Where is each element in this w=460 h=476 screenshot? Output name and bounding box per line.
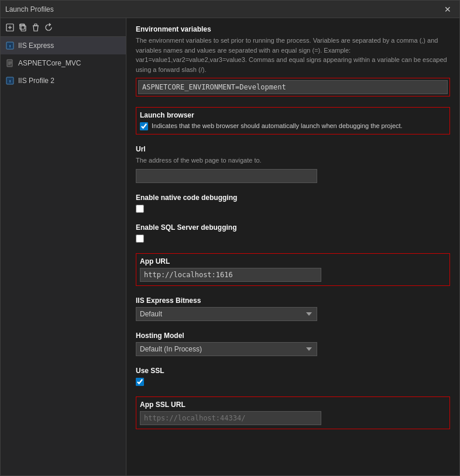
title-bar: Launch Profiles ✕ — [1, 1, 459, 18]
sidebar-item-iis-profile-2[interactable]: I IIS Profile 2 — [1, 72, 126, 89]
env-input-highlight — [136, 78, 450, 96]
iis-bitness-select[interactable]: Default 32-bit 64-bit — [136, 307, 317, 321]
launch-browser-label: Indicates that the web browser should au… — [152, 122, 403, 130]
native-debug-row — [136, 204, 450, 213]
app-ssl-url-title: App SSL URL — [140, 401, 446, 409]
svg-text:I: I — [9, 44, 11, 49]
sidebar-items-list: I IIS Express ASPNETC — [1, 37, 126, 475]
copy-profile-icon[interactable] — [18, 23, 28, 32]
app-url-input[interactable] — [140, 268, 321, 282]
use-ssl-section: Use SSL — [136, 367, 450, 386]
launch-browser-section: Launch browser Indicates that the web br… — [136, 107, 450, 134]
sidebar-item-aspnetcore-label: ASPNETCore_MVC — [18, 59, 81, 67]
use-ssl-title: Use SSL — [136, 367, 450, 375]
sql-debug-section: Enable SQL Server debugging — [136, 223, 450, 243]
refresh-icon[interactable] — [44, 23, 53, 32]
sql-debug-checkbox[interactable] — [136, 234, 144, 243]
sidebar: I IIS Express ASPNETC — [1, 18, 126, 475]
sidebar-item-iis-express[interactable]: I IIS Express — [1, 37, 126, 54]
svg-rect-6 — [35, 24, 37, 26]
delete-profile-icon[interactable] — [31, 23, 40, 32]
iis-profile-2-icon: I — [5, 76, 15, 85]
sidebar-item-aspnetcore-mvc[interactable]: ASPNETCore_MVC — [1, 54, 126, 72]
hosting-model-section: Hosting Model Default (In Process) In Pr… — [136, 332, 450, 356]
native-debug-title: Enable native code debugging — [136, 194, 450, 202]
launch-browser-checkbox[interactable] — [140, 122, 148, 130]
sql-debug-row — [136, 234, 450, 243]
content-area: Environment variables The environment va… — [126, 18, 459, 475]
iis-bitness-section: IIS Express Bitness Default 32-bit 64-bi… — [136, 296, 450, 321]
env-variables-input[interactable] — [138, 80, 448, 94]
use-ssl-row — [136, 377, 450, 386]
launch-browser-title: Launch browser — [140, 111, 446, 119]
dialog-body: I IIS Express ASPNETC — [1, 18, 459, 475]
env-variables-section: Environment variables The environment va… — [136, 25, 450, 96]
app-ssl-url-input[interactable] — [140, 411, 321, 425]
hosting-model-title: Hosting Model — [136, 332, 450, 340]
dialog-title: Launch Profiles — [5, 5, 54, 13]
hosting-model-select[interactable]: Default (In Process) In Process Out Of P… — [136, 342, 317, 356]
sidebar-toolbar — [1, 18, 126, 37]
close-button[interactable]: ✕ — [441, 4, 455, 15]
env-variables-title: Environment variables — [136, 25, 450, 33]
page-icon — [5, 58, 15, 68]
svg-text:I: I — [9, 79, 11, 84]
url-title: Url — [136, 145, 450, 153]
iis-express-icon: I — [5, 41, 15, 50]
native-debug-checkbox[interactable] — [136, 205, 144, 213]
new-profile-icon[interactable] — [5, 23, 15, 32]
app-url-title: App URL — [140, 257, 446, 265]
sql-debug-title: Enable SQL Server debugging — [136, 223, 450, 232]
iis-bitness-title: IIS Express Bitness — [136, 296, 450, 305]
url-desc: The address of the web page to navigate … — [136, 156, 450, 165]
url-section: Url The address of the web page to navig… — [136, 145, 450, 183]
launch-browser-row: Indicates that the web browser should au… — [140, 122, 446, 130]
svg-rect-3 — [21, 26, 26, 31]
use-ssl-checkbox[interactable] — [136, 378, 144, 386]
sidebar-item-iis-express-label: IIS Express — [18, 42, 54, 50]
url-input-box[interactable] — [136, 169, 317, 183]
launch-profiles-dialog: Launch Profiles ✕ — [0, 0, 460, 476]
app-ssl-url-highlight: App SSL URL — [136, 396, 450, 429]
native-debug-section: Enable native code debugging — [136, 194, 450, 213]
env-variables-desc: The environment variables to set prior t… — [136, 36, 450, 74]
sidebar-item-iis-profile-2-label: IIS Profile 2 — [18, 77, 54, 85]
app-url-highlight: App URL — [136, 253, 450, 286]
